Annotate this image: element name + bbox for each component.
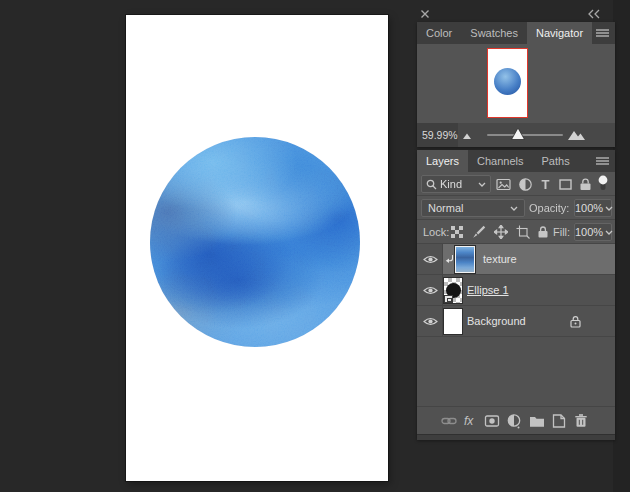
zoom-in-icon[interactable] — [567, 128, 587, 141]
layer-thumbnail-background[interactable] — [443, 308, 463, 335]
panel-resize-edge[interactable] — [417, 434, 615, 440]
chevron-down-icon — [605, 230, 613, 235]
layers-bottom-bar: fx — [417, 406, 615, 434]
lock-row: Lock: — [417, 220, 615, 244]
filter-kind-dropdown[interactable]: Kind — [421, 175, 491, 193]
layer-thumbnail-ellipse[interactable] — [443, 277, 463, 304]
close-icon[interactable] — [419, 8, 431, 20]
chevron-down-icon — [510, 206, 518, 211]
lock-transparency-icon[interactable] — [450, 225, 464, 239]
opacity-value-box[interactable]: 100% — [574, 199, 612, 217]
zoom-out-icon[interactable] — [461, 130, 475, 140]
layer-row-background[interactable]: Background — [417, 306, 615, 337]
blend-mode-value: Normal — [428, 202, 463, 214]
background-locked-icon[interactable] — [569, 315, 582, 328]
chevron-down-icon — [478, 182, 486, 187]
add-layer-mask-icon[interactable] — [484, 413, 500, 429]
layers-panel: Layers Channels Paths Kind — [417, 150, 615, 440]
tab-layers[interactable]: Layers — [417, 150, 468, 172]
zoom-percentage-field[interactable]: 59.99% — [417, 123, 458, 147]
new-group-folder-icon[interactable] — [529, 413, 545, 429]
layer-filter-toggle[interactable] — [597, 175, 612, 190]
visibility-eye-icon[interactable] — [423, 285, 438, 296]
navigator-preview-area — [417, 44, 615, 123]
filter-kind-label: Kind — [440, 178, 462, 190]
layer-style-fx-icon[interactable]: fx — [464, 413, 480, 429]
link-layers-icon[interactable] — [441, 413, 457, 429]
opacity-label: Opacity: — [529, 196, 569, 220]
watercolor-grain-texture — [150, 137, 360, 347]
zoom-slider-thumb[interactable] — [510, 127, 526, 141]
blend-mode-dropdown[interactable]: Normal — [421, 199, 525, 217]
watercolor-circle-artwork — [150, 137, 360, 347]
opacity-value: 100% — [575, 202, 603, 214]
layer-name[interactable]: Ellipse 1 — [467, 275, 509, 306]
layer-name[interactable]: texture — [483, 244, 517, 275]
chevron-down-icon — [605, 206, 613, 211]
collapse-panels-icon[interactable] — [587, 9, 601, 19]
visibility-eye-icon[interactable] — [423, 316, 438, 327]
clipping-mask-arrow-icon — [445, 254, 454, 265]
blend-mode-row: Normal Opacity: 100% — [417, 196, 615, 220]
new-layer-icon[interactable] — [551, 413, 567, 429]
document-canvas[interactable] — [126, 15, 388, 481]
navigator-panel: Color Swatches Navigator 59.99% — [417, 22, 615, 147]
delete-layer-trash-icon[interactable] — [573, 413, 589, 429]
tab-color[interactable]: Color — [417, 22, 461, 44]
filter-type-layers-icon[interactable]: T — [538, 177, 553, 192]
vector-mask-badge-icon — [444, 295, 453, 303]
fill-value: 100% — [575, 226, 603, 238]
lock-label: Lock: — [423, 220, 449, 244]
app-background-right — [613, 0, 630, 492]
fill-label: Fill: — [553, 220, 570, 244]
tab-channels[interactable]: Channels — [468, 150, 532, 172]
visibility-eye-icon[interactable] — [423, 254, 438, 265]
panel-stack: Color Swatches Navigator 59.99% — [417, 0, 615, 492]
panel-menu-icon[interactable] — [596, 157, 609, 166]
layer-filter-row: Kind T — [417, 172, 615, 196]
lock-artboard-icon[interactable] — [516, 225, 530, 239]
fill-value-box[interactable]: 100% — [574, 223, 612, 241]
tab-paths[interactable]: Paths — [533, 150, 579, 172]
navigator-tabbar: Color Swatches Navigator — [417, 22, 615, 44]
lock-position-move-icon[interactable] — [494, 225, 508, 239]
filter-smart-objects-icon[interactable] — [578, 177, 593, 192]
layer-thumbnail-texture[interactable] — [455, 246, 475, 273]
tab-navigator[interactable]: Navigator — [527, 22, 592, 44]
filter-shape-layers-icon[interactable] — [558, 177, 573, 192]
layer-row-ellipse-1[interactable]: Ellipse 1 — [417, 275, 615, 306]
filter-adjustment-layers-icon[interactable] — [518, 177, 533, 192]
new-adjustment-layer-icon[interactable] — [506, 413, 522, 429]
lock-pixels-brush-icon[interactable] — [472, 225, 486, 239]
lock-all-icon[interactable] — [536, 225, 550, 239]
layer-name[interactable]: Background — [467, 306, 526, 337]
navigator-zoom-row: 59.99% — [417, 123, 615, 147]
navigator-thumbnail-artwork — [494, 68, 521, 95]
layers-list: texture Ellipse 1 — [417, 244, 615, 406]
panel-menu-icon[interactable] — [596, 29, 609, 38]
search-icon — [426, 179, 437, 190]
layers-tabbar: Layers Channels Paths — [417, 150, 615, 172]
filter-pixel-layers-icon[interactable] — [496, 177, 511, 192]
layer-row-texture[interactable]: texture — [417, 244, 615, 275]
navigator-proxy-view[interactable] — [487, 48, 528, 118]
tab-swatches[interactable]: Swatches — [461, 22, 527, 44]
